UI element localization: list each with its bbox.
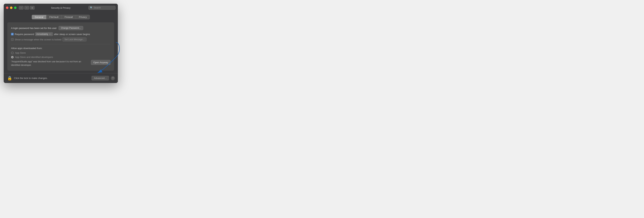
require-password-label: Require password [15, 33, 34, 36]
app-store-radio-row: App Store [11, 51, 110, 54]
content-area: General FileVault Firewall Privacy A log… [4, 12, 118, 71]
search-box[interactable]: 🔍 [88, 6, 116, 10]
blocked-app-row: “AnypointStudio.app” was blocked from us… [11, 60, 110, 67]
blocked-app-text: “AnypointStudio.app” was blocked from us… [11, 60, 89, 67]
divider [11, 44, 110, 44]
security-privacy-window: ‹ › ⊞ Security & Privacy 🔍 General FileV… [4, 4, 118, 83]
click-lock-label: Click the lock to make changes. [14, 77, 48, 79]
set-lock-message-button[interactable]: Set Lock Message... [62, 37, 86, 42]
immediately-value: immediately [36, 33, 48, 35]
change-password-button[interactable]: Change Password... [58, 26, 83, 30]
maximize-button[interactable] [14, 7, 16, 9]
grid-button[interactable]: ⊞ [30, 6, 34, 10]
title-bar: ‹ › ⊞ Security & Privacy 🔍 [4, 4, 118, 12]
traffic-lights [6, 7, 16, 9]
bottom-bar: 🔒 Click the lock to make changes. Advanc… [4, 73, 118, 83]
show-message-row: Show a message when the screen is locked… [11, 37, 110, 42]
app-store-identified-option-label: App Store and identified developers [15, 56, 53, 58]
forward-button[interactable]: › [24, 6, 29, 10]
search-input[interactable] [94, 7, 114, 9]
require-password-checkbox[interactable]: ✓ [11, 33, 14, 35]
app-store-identified-radio-row: App Store and identified developers [11, 56, 110, 58]
after-sleep-text: after sleep or screen saver begins [54, 33, 90, 36]
lock-button[interactable]: 🔒 [7, 75, 12, 81]
advanced-button[interactable]: Advanced... [92, 76, 109, 80]
tab-privacy[interactable]: Privacy [76, 15, 90, 19]
app-store-identified-radio[interactable] [11, 56, 14, 58]
app-store-option-label: App Store [15, 51, 26, 54]
login-password-row: A login password has been set for this u… [11, 26, 110, 30]
search-icon: 🔍 [90, 7, 93, 9]
general-panel: A login password has been set for this u… [7, 22, 114, 71]
tabs-bar: General FileVault Firewall Privacy [7, 15, 114, 19]
nav-buttons: ‹ › [19, 6, 29, 10]
app-store-radio[interactable] [11, 52, 14, 54]
close-button[interactable] [6, 7, 8, 9]
show-message-checkbox[interactable] [11, 38, 14, 41]
require-password-row: ✓ Require password immediately ⬆⬇ after … [11, 32, 110, 36]
dropdown-arrow-icon: ⬆⬇ [49, 33, 52, 35]
tab-filevault[interactable]: FileVault [46, 15, 62, 19]
allow-apps-label: Allow apps downloaded from: [11, 47, 110, 50]
help-button[interactable]: ? [111, 76, 115, 80]
lock-icon: 🔒 [7, 76, 12, 81]
minimize-button[interactable] [10, 7, 12, 9]
back-button[interactable]: ‹ [19, 6, 24, 10]
bottom-right-controls: Advanced... ? [92, 76, 115, 80]
tab-general[interactable]: General [32, 15, 46, 19]
open-anyway-button[interactable]: Open Anyway [91, 60, 110, 65]
login-password-text: A login password has been set for this u… [11, 27, 57, 30]
tab-firewall[interactable]: Firewall [62, 15, 76, 19]
window-title: Security & Privacy [51, 7, 70, 9]
immediately-dropdown[interactable]: immediately ⬆⬇ [35, 32, 53, 36]
show-message-label: Show a message when the screen is locked [15, 38, 61, 41]
